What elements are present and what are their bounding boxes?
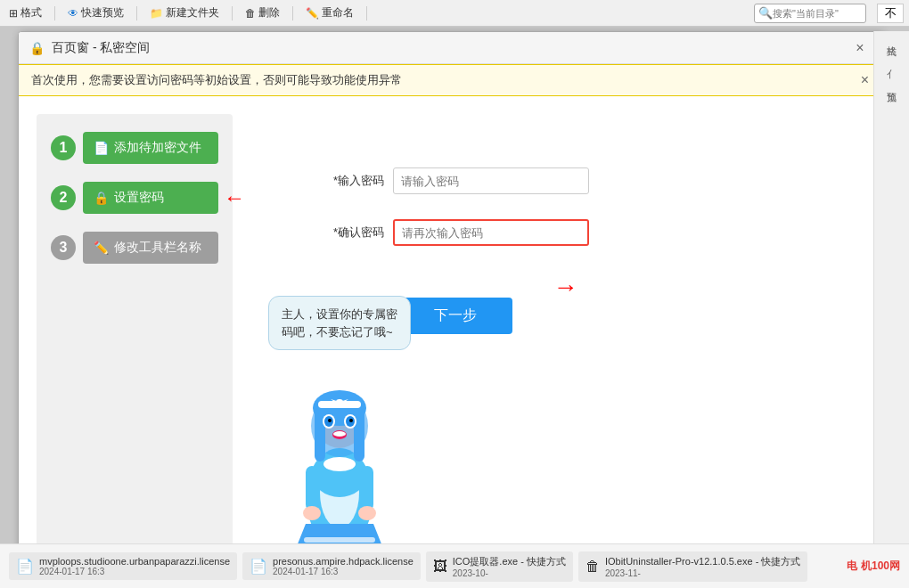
step-3-item[interactable]: 3 ✏️ 修改工具栏名称 [51, 232, 218, 264]
next-button[interactable]: 下一步 [398, 298, 512, 334]
rename-icon: ✏️ [306, 7, 319, 20]
status-file-3[interactable]: 🖼 ICO提取器.exe - 快捷方式 2023-10- [426, 551, 573, 582]
search-icon: 🔍 [758, 6, 773, 20]
step-2-button[interactable]: 🔒 设置密码 [83, 182, 218, 214]
file-1-info: mvploops.studioone.urbanpaparazzi.licens… [39, 556, 230, 576]
file-4-name: IObitUninstaller-Pro-v12.1.0.5.exe - 快捷方… [605, 555, 800, 568]
password-input[interactable] [393, 167, 589, 194]
toolbar-preview[interactable]: 👁 快速预览 [64, 4, 127, 22]
grid-icon: ⊞ [9, 7, 18, 20]
confirm-input[interactable] [393, 219, 589, 246]
step-1-item[interactable]: 1 📄 添加待加密文件 [51, 132, 218, 164]
toolbar-rename-label: 重命名 [322, 5, 354, 20]
folder-plus-icon: 📁 [150, 7, 163, 20]
file-3-icon: 🖼 [433, 559, 447, 575]
search-input[interactable] [773, 8, 862, 19]
file-3-name: ICO提取器.exe - 快捷方式 [453, 555, 566, 568]
step-1-number: 1 [51, 135, 76, 160]
toolbar-rename[interactable]: ✏️ 重命名 [302, 4, 357, 22]
step2-arrow-icon: ← [224, 185, 245, 210]
brand-logo: 电 机100网 [847, 559, 900, 574]
svg-point-3 [323, 457, 356, 471]
file-3-date: 2023-10- [453, 568, 566, 578]
trash-icon: 🗑 [245, 7, 256, 20]
dialog-window: 🔒 百页窗 - 私密空间 × 首次使用，您需要设置访问密码等初始设置，否则可能导… [18, 31, 882, 579]
warning-close-button[interactable]: × [861, 72, 869, 88]
toolbar-new-folder-label: 新建文件夹 [166, 5, 219, 20]
toolbar-new-folder[interactable]: 📁 新建文件夹 [146, 4, 223, 22]
dialog-content: 1 📄 添加待加密文件 2 🔒 设置密码 ← [19, 96, 881, 573]
file-2-date: 2024-01-17 16:3 [273, 567, 414, 576]
file-1-date: 2024-01-17 16:3 [39, 567, 230, 576]
toolbar-separator-4 [292, 6, 293, 20]
toolbar-separator-1 [54, 6, 55, 20]
step-2-label: 设置密码 [114, 190, 164, 206]
svg-point-28 [336, 399, 343, 404]
brand-name: 机100网 [861, 559, 900, 574]
toolbar-grid-label: 格式 [20, 5, 42, 20]
step-3-button[interactable]: ✏️ 修改工具栏名称 [83, 232, 218, 264]
file-4-info: IObitUninstaller-Pro-v12.1.0.5.exe - 快捷方… [605, 555, 800, 578]
mascot-area: 主人，设置你的专属密码吧，不要忘记了哦~ [268, 296, 411, 555]
file-3-info: ICO提取器.exe - 快捷方式 2023-10- [453, 555, 566, 578]
step-2-item[interactable]: 2 🔒 设置密码 ← [51, 182, 218, 214]
brand-prefix: 电 [847, 559, 857, 574]
toolbar-separator-5 [366, 6, 367, 20]
status-bar: 📄 mvploops.studioone.urbanpaparazzi.lice… [0, 543, 909, 588]
toolbar: ⊞ 格式 👁 快速预览 📁 新建文件夹 🗑 删除 ✏️ 重命名 🔍 不 [0, 0, 909, 27]
file-1-icon: 📄 [16, 558, 34, 575]
toolbar-delete[interactable]: 🗑 删除 [242, 4, 283, 22]
form-panel: *输入密码 *确认密码 ← 下一步 主人，设置你的专属密码吧，不要忘记了哦~ [250, 114, 864, 555]
dialog-titlebar: 🔒 百页窗 - 私密空间 × [19, 32, 881, 64]
step-3-number: 3 [51, 235, 76, 260]
dialog-close-button[interactable]: × [849, 37, 871, 59]
svg-rect-23 [304, 537, 375, 543]
confirm-group: *确认密码 [322, 219, 589, 246]
toolbar-separator-2 [136, 6, 137, 20]
svg-rect-18 [306, 466, 318, 510]
status-file-1[interactable]: 📄 mvploops.studioone.urbanpaparazzi.lice… [9, 552, 237, 580]
step-3-icon: ✏️ [94, 241, 109, 255]
toolbar-extra-label: 不 [885, 5, 897, 21]
svg-point-15 [349, 419, 353, 422]
toolbar-grid[interactable]: ⊞ 格式 [5, 4, 45, 22]
svg-point-17 [333, 431, 346, 437]
confirm-arrow-icon: ← [553, 274, 578, 303]
step-2-number: 2 [51, 185, 76, 210]
toolbar-preview-label: 快速预览 [81, 5, 124, 20]
file-2-icon: 📄 [250, 558, 267, 575]
steps-panel: 1 📄 添加待加密文件 2 🔒 设置密码 ← [37, 114, 233, 555]
confirm-label: *确认密码 [322, 225, 384, 241]
file-1-name: mvploops.studioone.urbanpaparazzi.licens… [39, 556, 230, 567]
file-4-icon: 🗑 [586, 559, 600, 575]
step-3-label: 修改工具栏名称 [114, 240, 201, 256]
svg-rect-19 [361, 466, 373, 510]
file-2-info: presonus.ampire.hdpack.license 2024-01-1… [273, 556, 414, 576]
toolbar-search-box[interactable]: 🔍 [754, 4, 866, 23]
eye-icon: 👁 [68, 7, 78, 20]
step-2-icon: 🔒 [94, 191, 109, 205]
svg-point-20 [303, 506, 321, 520]
toolbar-extra: 不 [877, 4, 904, 23]
file-2-name: presonus.ampire.hdpack.license [273, 556, 414, 567]
speech-bubble: 主人，设置你的专属密码吧，不要忘记了哦~ [268, 296, 411, 350]
status-file-4[interactable]: 🗑 IObitUninstaller-Pro-v12.1.0.5.exe - 快… [578, 551, 807, 582]
toolbar-delete-label: 删除 [258, 5, 280, 20]
lock-title-icon: 🔒 [29, 41, 45, 55]
password-group: *输入密码 [322, 167, 589, 194]
dialog-title: 百页窗 - 私密空间 [52, 40, 150, 56]
step-1-icon: 📄 [94, 141, 109, 155]
mascot-figure [277, 359, 402, 555]
svg-point-21 [358, 506, 376, 520]
right-sidebar: 格式 亻 预览 [873, 31, 909, 548]
status-file-2[interactable]: 📄 presonus.ampire.hdpack.license 2024-01… [242, 552, 421, 580]
file-4-date: 2023-11- [605, 568, 800, 578]
svg-point-14 [328, 419, 332, 422]
warning-banner: 首次使用，您需要设置访问密码等初始设置，否则可能导致功能使用异常 × [19, 64, 881, 96]
toolbar-separator-3 [232, 6, 233, 20]
speech-text: 主人，设置你的专属密码吧，不要忘记了哦~ [282, 307, 397, 339]
step-1-label: 添加待加密文件 [114, 140, 201, 156]
step-1-button[interactable]: 📄 添加待加密文件 [83, 132, 218, 164]
password-label: *输入密码 [322, 173, 384, 189]
warning-text: 首次使用，您需要设置访问密码等初始设置，否则可能导致功能使用异常 [31, 72, 402, 88]
